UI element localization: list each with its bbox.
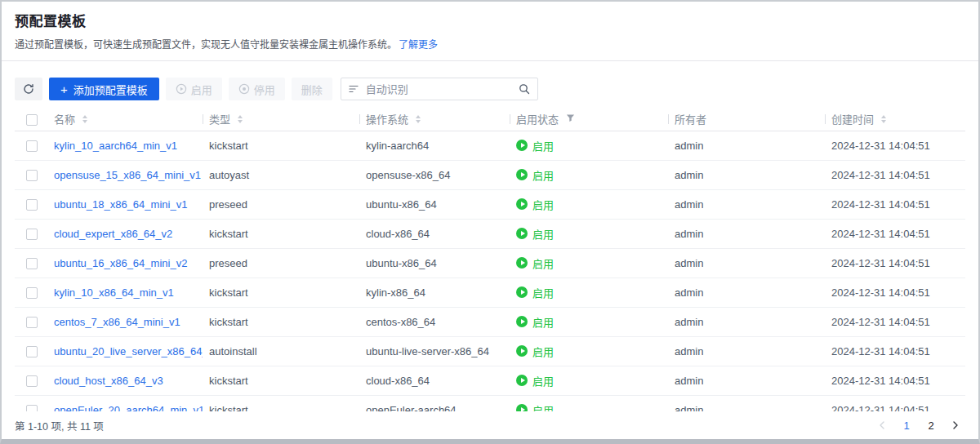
template-owner: admin <box>675 375 703 387</box>
preconfig-template-page: 预配置模板 通过预配置模板，可快速生成预配置文件，实现无人值守批量安装裸金属主机… <box>0 0 980 444</box>
template-type: kickstart <box>209 316 248 328</box>
prev-page-button[interactable] <box>872 415 892 435</box>
table-row: cloud_expert_x86_64_v2 kickstart cloud-x… <box>15 219 965 248</box>
filter-funnel-icon[interactable] <box>566 113 575 125</box>
row-checkbox[interactable] <box>26 199 38 211</box>
row-checkbox[interactable] <box>26 258 38 269</box>
template-type: kickstart <box>209 404 248 412</box>
search-box <box>341 78 538 100</box>
template-os: ubuntu-live-server-x86_64 <box>366 345 489 357</box>
template-created-time: 2024-12-31 14:04:51 <box>831 228 930 240</box>
status-label: 启用 <box>532 285 554 300</box>
template-name-link[interactable]: kylin_10_aarch64_min_v1 <box>54 140 177 152</box>
template-created-time: 2024-12-31 14:04:51 <box>831 345 930 357</box>
filter-lines-icon <box>349 84 359 94</box>
sort-icon[interactable] <box>82 115 87 123</box>
pagination: 1 2 <box>872 415 965 435</box>
delete-label: 删除 <box>301 82 323 97</box>
row-checkbox[interactable] <box>26 229 38 240</box>
row-checkbox[interactable] <box>26 287 38 299</box>
row-checkbox[interactable] <box>26 317 38 328</box>
template-owner: admin <box>675 286 703 299</box>
status-enabled-icon <box>516 375 528 386</box>
next-page-button[interactable] <box>946 415 965 435</box>
template-name-link[interactable]: kylin_10_x86_64_min_v1 <box>54 286 174 299</box>
status-label: 启用 <box>532 344 554 359</box>
template-owner: admin <box>675 345 703 357</box>
template-name-link[interactable]: ubuntu_16_x86_64_mini_v2 <box>54 257 187 269</box>
template-os: kylin-x86_64 <box>366 286 425 299</box>
template-owner: admin <box>675 228 703 240</box>
row-checkbox[interactable] <box>26 375 38 387</box>
row-checkbox[interactable] <box>26 405 38 411</box>
template-type: kickstart <box>209 286 248 299</box>
sort-icon[interactable] <box>881 115 886 123</box>
status-label: 启用 <box>532 373 554 388</box>
status-enabled-icon <box>516 140 528 151</box>
enable-label: 启用 <box>191 82 212 97</box>
template-os: cloud-x86_64 <box>366 375 430 387</box>
search-input[interactable] <box>366 83 512 95</box>
status-label: 启用 <box>532 402 554 412</box>
page-title: 预配置模板 <box>15 10 965 30</box>
plus-icon: + <box>60 83 68 95</box>
select-all-checkbox[interactable] <box>26 114 38 126</box>
template-owner: admin <box>675 140 703 152</box>
status-badge: 启用 <box>516 255 662 271</box>
column-header-name: 名称 <box>54 113 75 126</box>
page-footer: 第 1-10 项, 共 11 项 1 2 <box>2 411 978 439</box>
add-template-button[interactable]: + 添加预配置模板 <box>49 78 159 100</box>
template-name-link[interactable]: centos_7_x86_64_mini_v1 <box>54 316 180 328</box>
play-circle-icon <box>176 83 187 95</box>
status-enabled-icon <box>516 228 528 239</box>
table-row: opensuse_15_x86_64_mini_v1 autoyast open… <box>15 160 965 189</box>
status-badge: 启用 <box>516 138 662 153</box>
template-created-time: 2024-12-31 14:04:51 <box>831 140 930 152</box>
table-header-row: 名称 类型 操作系统 启用状态 <box>15 108 965 131</box>
learn-more-link[interactable]: 了解更多 <box>399 39 438 51</box>
page-button-2[interactable]: 2 <box>921 415 941 435</box>
row-checkbox[interactable] <box>26 170 38 181</box>
row-checkbox[interactable] <box>26 346 38 357</box>
template-created-time: 2024-12-31 14:04:51 <box>831 286 930 299</box>
template-type: preseed <box>209 198 247 211</box>
disable-button[interactable]: 停用 <box>229 78 285 100</box>
template-type: autoinstall <box>209 345 257 357</box>
page-header: 预配置模板 通过预配置模板，可快速生成预配置文件，实现无人值守批量安装裸金属主机… <box>2 2 978 60</box>
delete-button[interactable]: 删除 <box>292 78 332 100</box>
toolbar: + 添加预配置模板 启用 停用 删除 <box>2 61 978 100</box>
table-row: cloud_host_x86_64_v3 kickstart cloud-x86… <box>15 366 965 395</box>
status-label: 启用 <box>532 197 554 212</box>
table-row: ubuntu_20_live_server_x86_64_mini_... au… <box>15 336 965 366</box>
status-label: 启用 <box>532 314 554 330</box>
page-button-1[interactable]: 1 <box>897 415 916 435</box>
template-name-link[interactable]: ubuntu_18_x86_64_mini_v1 <box>54 198 187 211</box>
template-os: centos-x86_64 <box>366 316 435 328</box>
table-body: kylin_10_aarch64_min_v1 kickstart kylin-… <box>15 131 965 411</box>
template-name-link[interactable]: opensuse_15_x86_64_mini_v1 <box>54 169 201 181</box>
page-subtitle-text: 通过预配置模板，可快速生成预配置文件，实现无人值守批量安装裸金属主机操作系统。 <box>15 39 397 51</box>
template-name-link[interactable]: openEuler_20_aarch64_min_v1 <box>54 404 203 412</box>
template-created-time: 2024-12-31 14:04:51 <box>831 198 930 211</box>
template-name-link[interactable]: ubuntu_20_live_server_x86_64_mini_... <box>54 345 203 357</box>
table-row: ubuntu_18_x86_64_mini_v1 preseed ubuntu-… <box>15 189 965 219</box>
status-badge: 启用 <box>516 167 662 183</box>
template-type: preseed <box>209 257 247 269</box>
sort-icon[interactable] <box>416 115 421 123</box>
status-enabled-icon <box>516 345 528 357</box>
table-row: ubuntu_16_x86_64_mini_v2 preseed ubuntu-… <box>15 248 965 278</box>
pagination-summary: 第 1-10 项, 共 11 项 <box>15 418 104 433</box>
enable-button[interactable]: 启用 <box>166 78 222 100</box>
status-badge: 启用 <box>516 402 662 412</box>
template-name-link[interactable]: cloud_host_x86_64_v3 <box>54 375 163 387</box>
refresh-button[interactable] <box>15 78 42 100</box>
template-os: cloud-x86_64 <box>366 228 430 240</box>
template-name-link[interactable]: cloud_expert_x86_64_v2 <box>54 228 172 240</box>
template-created-time: 2024-12-31 14:04:51 <box>831 316 930 328</box>
row-checkbox[interactable] <box>26 140 38 152</box>
status-badge: 启用 <box>516 314 662 330</box>
page-subtitle: 通过预配置模板，可快速生成预配置文件，实现无人值守批量安装裸金属主机操作系统。了… <box>15 37 965 51</box>
table-row: kylin_10_x86_64_min_v1 kickstart kylin-x… <box>15 278 965 307</box>
search-icon[interactable] <box>519 83 530 95</box>
sort-icon[interactable] <box>238 115 243 123</box>
